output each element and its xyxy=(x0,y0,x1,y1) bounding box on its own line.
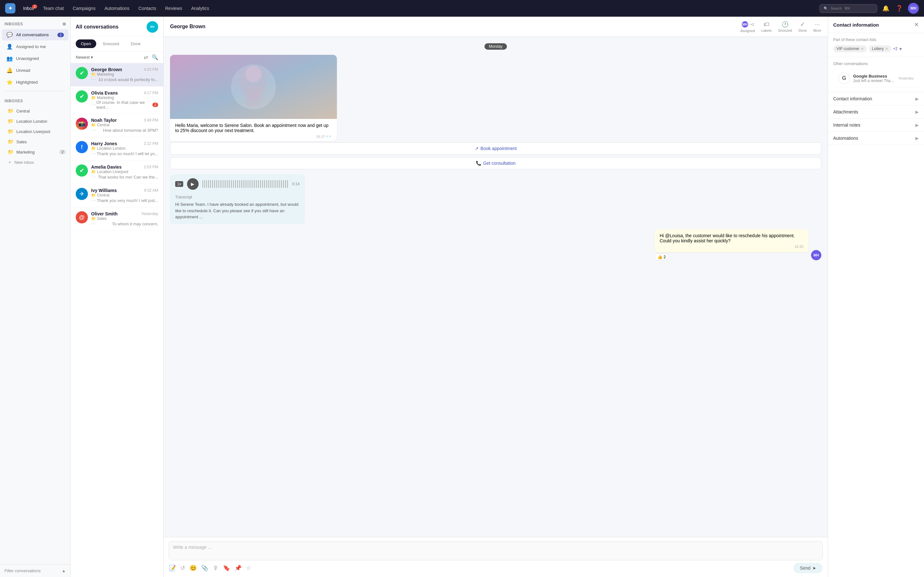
right-panel-close-button[interactable]: ✕ xyxy=(914,21,919,28)
sidebar-item-highlighted[interactable]: ⭐ Highlighted xyxy=(2,77,68,88)
nav-reviews[interactable]: Reviews xyxy=(162,4,186,13)
audio-icon[interactable]: 🎙 xyxy=(213,565,218,572)
conv-row2-ivy: 📁 Central xyxy=(91,193,158,197)
sidebar-inbox-marketing-label: Marketing xyxy=(16,150,35,155)
conv-item-noah-taylor[interactable]: 📸 Noah Taylor 3:49 PM 📁 Central ··· How … xyxy=(71,114,163,137)
sidebar-inbox-central[interactable]: 📁 Central xyxy=(0,106,70,116)
search-conversations-icon[interactable]: 🔍 xyxy=(152,54,158,60)
tag-vip-remove[interactable]: ✕ xyxy=(861,47,864,51)
compose-button[interactable]: ✏ xyxy=(147,21,158,33)
sidebar-item-all-conversations-label: All conversations xyxy=(16,32,49,37)
sidebar-layout-icon[interactable]: ⊞ xyxy=(63,22,66,26)
automations-row[interactable]: Automations ▶ xyxy=(828,132,924,145)
emoji-icon[interactable]: 😊 xyxy=(190,564,197,572)
assigned-to-me-icon: 👤 xyxy=(6,44,13,50)
conv-item-amelia-davies[interactable]: ✔ Amelia Davies 2:03 PM 📁 Location Liver… xyxy=(71,161,163,184)
voice-speed[interactable]: 1x xyxy=(175,181,183,187)
sort-button[interactable]: Newest ▾ xyxy=(76,55,93,60)
attach-icon[interactable]: 📎 xyxy=(201,564,208,572)
chat-action-done[interactable]: ✓ Done xyxy=(798,21,807,32)
user-initials: MH xyxy=(911,6,917,11)
nav-automations[interactable]: Automations xyxy=(101,4,134,13)
chat-messages: Monday xyxy=(164,37,828,537)
tags-more[interactable]: +2 xyxy=(893,47,898,51)
chat-action-assigned[interactable]: MH +2 Assigned xyxy=(740,21,755,33)
tag-add-button[interactable]: ▾ xyxy=(899,46,902,52)
msg-promo-time-value: 16:17 xyxy=(316,135,325,139)
conv-item-olivia-evans[interactable]: ✔ Olivia Evans 4:17 PM 📁 Marketing ··· O… xyxy=(71,87,163,114)
chat-input-box[interactable]: Write a message ... xyxy=(169,541,822,560)
play-button[interactable]: ▶ xyxy=(187,178,199,190)
search-bar[interactable]: 🔍 Search ⌘K xyxy=(819,4,877,13)
sidebar-item-unassigned[interactable]: 👥 Unassigned xyxy=(2,53,68,64)
user-avatar[interactable]: MH xyxy=(908,3,919,14)
chat-action-labels[interactable]: 🏷 Labels xyxy=(761,21,772,32)
internal-notes-row[interactable]: Internal notes ▶ xyxy=(828,119,924,132)
msg-outgoing-time: 16:33 xyxy=(660,245,803,248)
filter-conversations-icon[interactable]: ⇄ xyxy=(144,54,148,60)
sidebar-filter-footer[interactable]: Filter conversations ▲ xyxy=(0,564,70,577)
sidebar: Inboxes ⊞ 💬 All conversations 2 👤 Assign… xyxy=(0,17,71,577)
app-logo[interactable]: ✦ xyxy=(5,3,15,13)
nav-contacts[interactable]: Contacts xyxy=(135,4,160,13)
get-consultation-button[interactable]: 📞 Get consultation xyxy=(170,157,821,169)
notifications-icon[interactable]: 🔔 xyxy=(881,3,891,13)
conv-preview-ivy: Thank you very much! I will just... xyxy=(97,198,158,203)
reaction-chip[interactable]: 👍 2 xyxy=(654,253,669,260)
conv-name-ivy: Ivy Williams xyxy=(91,188,117,193)
tag-lottery-remove[interactable]: ✕ xyxy=(885,47,888,51)
search-shortcut: ⌘K xyxy=(845,6,850,11)
chat-action-more[interactable]: ··· More xyxy=(813,21,821,32)
bookmark2-icon[interactable]: 📌 xyxy=(234,564,242,572)
sidebar-item-assigned-to-me[interactable]: 👤 Assigned to me xyxy=(2,41,68,52)
new-inbox-label: New inbox xyxy=(15,160,34,165)
sidebar-item-all-conversations[interactable]: 💬 All conversations 2 xyxy=(2,29,68,40)
chat-action-snoozed[interactable]: 🕐 Snoozed xyxy=(778,21,792,32)
date-chip: Monday xyxy=(485,43,507,50)
bookmark-icon[interactable]: 🔖 xyxy=(223,564,230,572)
conv-row2-harry: 📁 Location London xyxy=(91,146,158,151)
other-conv-google[interactable]: G Google Business Just left a review! Th… xyxy=(833,69,919,87)
unassigned-icon: 👥 xyxy=(6,55,13,61)
conv-dots-harry: ··· xyxy=(91,151,96,156)
folder-icon-sales: 📁 xyxy=(8,139,14,145)
assigned-label: Assigned xyxy=(740,29,755,33)
chat-header-actions: MH +2 Assigned 🏷 Labels 🕐 Snoozed ✓ Done xyxy=(740,21,821,33)
internal-notes-arrow: ▶ xyxy=(915,122,919,127)
star-icon[interactable]: ☆ xyxy=(246,564,251,572)
sidebar-inbox-location-london[interactable]: 📁 Location London xyxy=(0,116,70,126)
other-conv-google-name: Google Business xyxy=(853,74,895,79)
sidebar-item-unread[interactable]: 🔔 Unread xyxy=(2,65,68,76)
new-inbox-button[interactable]: ＋ New inbox xyxy=(0,157,70,167)
right-panel-header: Contact information ✕ xyxy=(828,17,924,33)
contact-tags-row: VIP customer ✕ Lottery ✕ +2 ▾ xyxy=(833,45,919,52)
contact-info-arrow: ▶ xyxy=(915,96,919,101)
book-appointment-button[interactable]: ↗ Book appointment xyxy=(170,142,821,155)
conv-item-george-brown[interactable]: ✔ George Brown 4:33 PM 📁 Marketing ··· 1… xyxy=(71,63,163,87)
tab-done[interactable]: Done xyxy=(126,39,145,48)
conv-inbox-george: 📁 Marketing xyxy=(91,72,114,77)
conv-item-harry-jones[interactable]: f Harry Jones 2:22 PM 📁 Location London … xyxy=(71,137,163,161)
svg-rect-4 xyxy=(247,87,260,106)
msg-bubble-promo: Hello Maria, welcome to Serene Salon. Bo… xyxy=(170,55,337,141)
avatar-george-brown: ✔ xyxy=(76,67,88,79)
send-button[interactable]: Send ➤ xyxy=(793,563,822,573)
contact-info-row[interactable]: Contact information ▶ xyxy=(828,92,924,105)
help-icon[interactable]: ❓ xyxy=(895,3,904,13)
sidebar-inbox-sales[interactable]: 📁 Sales xyxy=(0,137,70,147)
note-icon[interactable]: 📝 xyxy=(169,564,176,572)
refresh-icon[interactable]: ↺ xyxy=(180,564,185,572)
right-panel-title: Contact information xyxy=(833,22,879,27)
conv-item-oliver-smith[interactable]: @ Oliver Smith Yesterday 📁 Sales ··· To … xyxy=(71,207,163,231)
nav-inbox[interactable]: Inbox 2 xyxy=(19,4,38,13)
conv-item-ivy-williams[interactable]: ✈ Ivy Williams 9:32 AM 📁 Central ··· Tha… xyxy=(71,184,163,207)
nav-analytics[interactable]: Analytics xyxy=(187,4,213,13)
attachments-row[interactable]: Attachments ▶ xyxy=(828,105,924,119)
nav-teamchat[interactable]: Team chat xyxy=(39,4,68,13)
sidebar-inbox-marketing[interactable]: 📁 Marketing 2 xyxy=(0,147,70,157)
tab-open[interactable]: Open xyxy=(76,39,96,48)
sidebar-inbox-central-label: Central xyxy=(16,109,30,113)
sidebar-inbox-location-liverpool[interactable]: 📁 Location Liverpool xyxy=(0,126,70,137)
tab-snoozed[interactable]: Snoozed xyxy=(97,39,124,48)
nav-campaigns[interactable]: Campaigns xyxy=(69,4,99,13)
